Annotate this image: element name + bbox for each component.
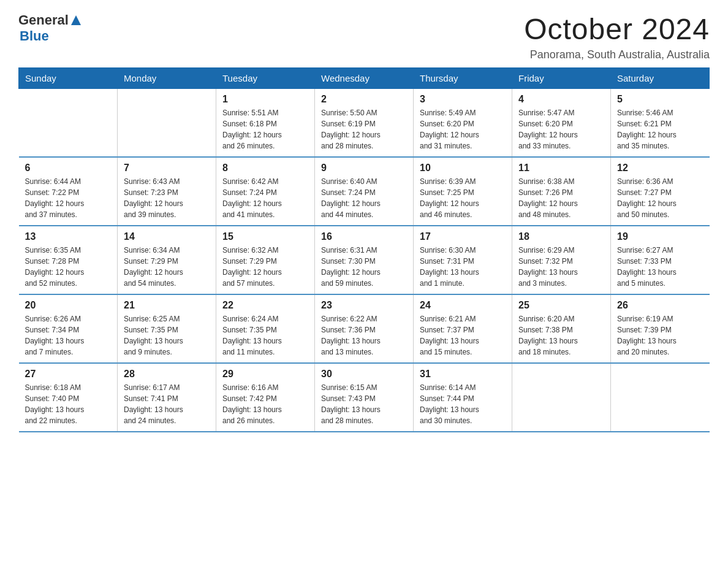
calendar-cell: 4Sunrise: 5:47 AMSunset: 6:20 PMDaylight… (512, 89, 611, 158)
day-info: Sunrise: 6:19 AMSunset: 7:39 PMDaylight:… (617, 313, 703, 358)
calendar-cell: 31Sunrise: 6:14 AMSunset: 7:44 PMDayligh… (414, 363, 512, 432)
day-info: Sunrise: 6:32 AMSunset: 7:29 PMDaylight:… (222, 245, 308, 289)
day-info: Sunrise: 6:15 AMSunset: 7:43 PMDaylight:… (321, 382, 407, 426)
calendar-table: SundayMondayTuesdayWednesdayThursdayFrid… (18, 67, 710, 432)
calendar-cell: 21Sunrise: 6:25 AMSunset: 7:35 PMDayligh… (118, 294, 216, 363)
calendar-cell: 14Sunrise: 6:34 AMSunset: 7:29 PMDayligh… (118, 226, 216, 294)
day-info: Sunrise: 6:16 AMSunset: 7:42 PMDaylight:… (222, 382, 308, 426)
calendar-week-row: 6Sunrise: 6:44 AMSunset: 7:22 PMDaylight… (19, 157, 710, 226)
day-info: Sunrise: 6:18 AMSunset: 7:40 PMDaylight:… (25, 382, 112, 426)
logo-general-text: General (18, 12, 69, 28)
calendar-cell (611, 363, 710, 432)
logo: General Blue (18, 12, 82, 44)
day-number: 21 (124, 300, 210, 311)
day-info: Sunrise: 6:14 AMSunset: 7:44 PMDaylight:… (420, 382, 506, 426)
day-number: 17 (420, 231, 506, 242)
logo-triangle-icon (70, 14, 82, 26)
day-number: 16 (321, 231, 407, 242)
calendar-cell: 7Sunrise: 6:43 AMSunset: 7:23 PMDaylight… (118, 157, 216, 226)
day-info: Sunrise: 6:34 AMSunset: 7:29 PMDaylight:… (124, 245, 210, 289)
calendar-cell: 28Sunrise: 6:17 AMSunset: 7:41 PMDayligh… (118, 363, 216, 432)
day-number: 5 (617, 94, 703, 105)
calendar-cell: 8Sunrise: 6:42 AMSunset: 7:24 PMDaylight… (216, 157, 315, 226)
calendar-cell: 22Sunrise: 6:24 AMSunset: 7:35 PMDayligh… (216, 294, 315, 363)
day-number: 1 (222, 94, 308, 105)
day-number: 3 (420, 94, 506, 105)
day-number: 20 (25, 300, 112, 311)
day-number: 2 (321, 94, 407, 105)
calendar-cell: 27Sunrise: 6:18 AMSunset: 7:40 PMDayligh… (19, 363, 118, 432)
logo-blue-text: Blue (20, 28, 49, 44)
day-info: Sunrise: 6:36 AMSunset: 7:27 PMDaylight:… (617, 176, 703, 220)
day-number: 11 (518, 163, 604, 174)
calendar-header-thursday: Thursday (414, 68, 512, 89)
day-info: Sunrise: 6:24 AMSunset: 7:35 PMDaylight:… (222, 313, 308, 358)
day-number: 9 (321, 163, 407, 174)
day-info: Sunrise: 6:30 AMSunset: 7:31 PMDaylight:… (420, 245, 506, 289)
calendar-cell: 13Sunrise: 6:35 AMSunset: 7:28 PMDayligh… (19, 226, 118, 294)
day-info: Sunrise: 6:25 AMSunset: 7:35 PMDaylight:… (124, 313, 210, 358)
day-number: 28 (124, 369, 210, 380)
day-info: Sunrise: 5:51 AMSunset: 6:18 PMDaylight:… (222, 107, 308, 151)
calendar-cell: 17Sunrise: 6:30 AMSunset: 7:31 PMDayligh… (414, 226, 512, 294)
day-info: Sunrise: 5:49 AMSunset: 6:20 PMDaylight:… (420, 107, 506, 151)
calendar-cell: 11Sunrise: 6:38 AMSunset: 7:26 PMDayligh… (512, 157, 611, 226)
day-number: 31 (420, 369, 506, 380)
day-info: Sunrise: 6:22 AMSunset: 7:36 PMDaylight:… (321, 313, 407, 358)
day-info: Sunrise: 5:47 AMSunset: 6:20 PMDaylight:… (518, 107, 604, 151)
calendar-cell: 19Sunrise: 6:27 AMSunset: 7:33 PMDayligh… (611, 226, 710, 294)
day-info: Sunrise: 6:31 AMSunset: 7:30 PMDaylight:… (321, 245, 407, 289)
calendar-cell: 2Sunrise: 5:50 AMSunset: 6:19 PMDaylight… (315, 89, 414, 158)
day-number: 10 (420, 163, 506, 174)
calendar-header-sunday: Sunday (19, 68, 118, 89)
calendar-cell: 24Sunrise: 6:21 AMSunset: 7:37 PMDayligh… (414, 294, 512, 363)
calendar-week-row: 13Sunrise: 6:35 AMSunset: 7:28 PMDayligh… (19, 226, 710, 294)
day-number: 15 (222, 231, 308, 242)
calendar-header-monday: Monday (118, 68, 216, 89)
day-number: 23 (321, 300, 407, 311)
day-info: Sunrise: 6:39 AMSunset: 7:25 PMDaylight:… (420, 176, 506, 220)
calendar-week-row: 27Sunrise: 6:18 AMSunset: 7:40 PMDayligh… (19, 363, 710, 432)
day-number: 7 (124, 163, 210, 174)
location-text: Panorama, South Australia, Australia (524, 48, 710, 61)
calendar-week-row: 1Sunrise: 5:51 AMSunset: 6:18 PMDaylight… (19, 89, 710, 158)
calendar-cell: 29Sunrise: 6:16 AMSunset: 7:42 PMDayligh… (216, 363, 315, 432)
title-section: October 2024 Panorama, South Australia, … (524, 12, 710, 61)
calendar-header-row: SundayMondayTuesdayWednesdayThursdayFrid… (19, 68, 710, 89)
calendar-cell: 30Sunrise: 6:15 AMSunset: 7:43 PMDayligh… (315, 363, 414, 432)
day-number: 18 (518, 231, 604, 242)
day-info: Sunrise: 6:29 AMSunset: 7:32 PMDaylight:… (518, 245, 604, 289)
day-info: Sunrise: 6:20 AMSunset: 7:38 PMDaylight:… (518, 313, 604, 358)
calendar-week-row: 20Sunrise: 6:26 AMSunset: 7:34 PMDayligh… (19, 294, 710, 363)
day-info: Sunrise: 6:35 AMSunset: 7:28 PMDaylight:… (25, 245, 112, 289)
calendar-cell: 26Sunrise: 6:19 AMSunset: 7:39 PMDayligh… (611, 294, 710, 363)
calendar-cell: 16Sunrise: 6:31 AMSunset: 7:30 PMDayligh… (315, 226, 414, 294)
day-number: 12 (617, 163, 703, 174)
day-number: 26 (617, 300, 703, 311)
day-info: Sunrise: 5:50 AMSunset: 6:19 PMDaylight:… (321, 107, 407, 151)
day-number: 24 (420, 300, 506, 311)
day-number: 30 (321, 369, 407, 380)
day-number: 6 (25, 163, 112, 174)
calendar-cell: 15Sunrise: 6:32 AMSunset: 7:29 PMDayligh… (216, 226, 315, 294)
calendar-cell: 23Sunrise: 6:22 AMSunset: 7:36 PMDayligh… (315, 294, 414, 363)
day-number: 27 (25, 369, 112, 380)
month-title: October 2024 (524, 12, 710, 46)
day-info: Sunrise: 6:40 AMSunset: 7:24 PMDaylight:… (321, 176, 407, 220)
page-header: General Blue October 2024 Panorama, Sout… (18, 12, 710, 61)
day-info: Sunrise: 6:17 AMSunset: 7:41 PMDaylight:… (124, 382, 210, 426)
day-number: 13 (25, 231, 112, 242)
day-info: Sunrise: 6:21 AMSunset: 7:37 PMDaylight:… (420, 313, 506, 358)
day-number: 14 (124, 231, 210, 242)
svg-marker-0 (71, 15, 81, 25)
day-number: 25 (518, 300, 604, 311)
day-number: 8 (222, 163, 308, 174)
calendar-cell (512, 363, 611, 432)
day-info: Sunrise: 6:38 AMSunset: 7:26 PMDaylight:… (518, 176, 604, 220)
calendar-cell: 25Sunrise: 6:20 AMSunset: 7:38 PMDayligh… (512, 294, 611, 363)
day-info: Sunrise: 5:46 AMSunset: 6:21 PMDaylight:… (617, 107, 703, 151)
day-info: Sunrise: 6:42 AMSunset: 7:24 PMDaylight:… (222, 176, 308, 220)
calendar-cell (118, 89, 216, 158)
calendar-cell: 5Sunrise: 5:46 AMSunset: 6:21 PMDaylight… (611, 89, 710, 158)
day-info: Sunrise: 6:27 AMSunset: 7:33 PMDaylight:… (617, 245, 703, 289)
